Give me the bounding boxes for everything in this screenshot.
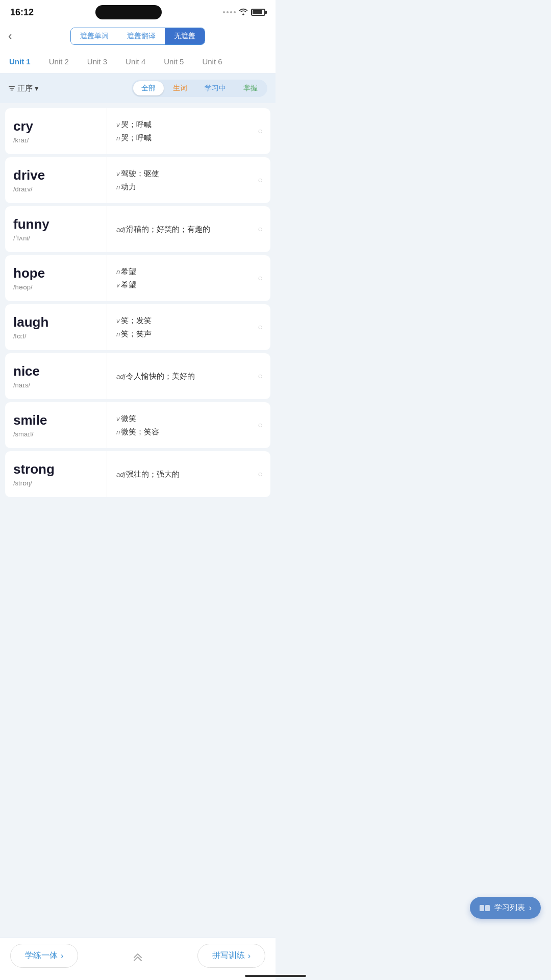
unit-tab-6[interactable]: Unit 6: [193, 55, 231, 68]
sort-chevron-icon: ▾: [35, 84, 39, 93]
word-definition: v驾驶；驱使: [116, 168, 263, 180]
filter-cover-word-button[interactable]: 遮盖单词: [71, 28, 118, 44]
pos-label: v: [116, 170, 120, 178]
word-definition: n动力: [116, 181, 263, 193]
category-tab-group: 全部 生词 学习中 掌握: [132, 80, 267, 97]
word-card[interactable]: laugh/lɑːf/v笑；发笑n笑；笑声○: [5, 304, 270, 350]
sort-label: 正序: [17, 84, 33, 93]
pos-label: v: [116, 317, 120, 325]
filter-cover-translation-button[interactable]: 遮盖翻译: [118, 28, 165, 44]
back-button[interactable]: ‹: [8, 30, 12, 43]
filter-no-cover-button[interactable]: 无遮盖: [165, 28, 205, 44]
header: ‹ 遮盖单词 遮盖翻译 无遮盖: [0, 22, 276, 51]
word-phonetic: /lɑːf/: [13, 332, 98, 340]
word-english: smile: [13, 412, 98, 428]
notch: [95, 5, 162, 19]
cat-tab-all[interactable]: 全部: [133, 81, 164, 95]
word-card[interactable]: cry/kraɪ/v哭；呼喊n哭；呼喊○: [5, 108, 270, 154]
pos-label: n: [116, 134, 120, 142]
unit-tab-bar: Unit 1 Unit 2 Unit 3 Unit 4 Unit 5 Unit …: [0, 51, 276, 74]
word-phonetic: /ˈfʌni/: [13, 234, 98, 242]
unit-tab-2[interactable]: Unit 2: [40, 55, 78, 68]
pos-label: n: [116, 428, 120, 436]
word-phonetic: /draɪv/: [13, 185, 98, 193]
word-english: strong: [13, 461, 98, 477]
word-english: drive: [13, 167, 98, 183]
word-definition: n微笑；笑容: [116, 426, 263, 438]
word-definition: n希望: [116, 266, 263, 278]
pos-label: v: [116, 121, 120, 129]
pos-label: n: [116, 268, 120, 276]
star-button[interactable]: ○: [255, 420, 265, 430]
filter-button-group: 遮盖单词 遮盖翻译 无遮盖: [70, 28, 205, 45]
word-definition: adj令人愉快的；美好的: [116, 371, 263, 382]
word-card[interactable]: nice/naɪs/adj令人愉快的；美好的○: [5, 353, 270, 399]
word-definition: v笑；发笑: [116, 315, 263, 327]
word-english: nice: [13, 363, 98, 379]
word-list: cry/kraɪ/v哭；呼喊n哭；呼喊○drive/draɪv/v驾驶；驱使n动…: [0, 103, 276, 502]
word-phonetic: /kraɪ/: [13, 136, 98, 144]
pos-label: adj: [116, 373, 125, 380]
unit-tab-1[interactable]: Unit 1: [0, 55, 40, 68]
word-definition: v微笑: [116, 413, 263, 425]
unit-tab-5[interactable]: Unit 5: [155, 55, 193, 68]
word-english: cry: [13, 118, 98, 134]
status-bar: 16:12: [0, 0, 276, 22]
unit-tab-3[interactable]: Unit 3: [78, 55, 116, 68]
star-button[interactable]: ○: [255, 175, 265, 185]
status-icons: [223, 8, 265, 17]
word-definition: n笑；笑声: [116, 328, 263, 340]
star-button[interactable]: ○: [255, 371, 265, 381]
pos-label: adj: [116, 226, 125, 233]
word-card[interactable]: drive/draɪv/v驾驶；驱使n动力○: [5, 157, 270, 203]
word-english: funny: [13, 216, 98, 232]
word-phonetic: /həʊp/: [13, 283, 98, 291]
unit-tab-4[interactable]: Unit 4: [116, 55, 155, 68]
star-button[interactable]: ○: [255, 126, 265, 136]
star-button[interactable]: ○: [255, 322, 265, 332]
word-card[interactable]: strong/strɒŋ/adj强壮的；强大的○: [5, 451, 270, 497]
filter-icon: [8, 85, 15, 92]
word-card[interactable]: hope/həʊp/n希望v希望○: [5, 255, 270, 301]
sort-filter[interactable]: 正序 ▾: [8, 84, 39, 93]
pos-label: n: [116, 330, 120, 338]
status-time: 16:12: [10, 7, 34, 18]
cat-tab-mastered[interactable]: 掌握: [235, 81, 266, 95]
word-phonetic: /strɒŋ/: [13, 479, 98, 487]
word-definition: v哭；呼喊: [116, 119, 263, 131]
word-phonetic: /smaɪl/: [13, 430, 98, 438]
battery-icon: [251, 9, 265, 16]
star-button[interactable]: ○: [255, 273, 265, 283]
cat-tab-learning[interactable]: 学习中: [196, 81, 234, 95]
word-definition: adj滑稽的；好笑的；有趣的: [116, 224, 263, 235]
star-button[interactable]: ○: [255, 224, 265, 234]
word-definition: n哭；呼喊: [116, 132, 263, 144]
word-english: hope: [13, 265, 98, 281]
word-card[interactable]: smile/smaɪl/v微笑n微笑；笑容○: [5, 402, 270, 448]
pos-label: v: [116, 415, 120, 423]
cat-tab-new-word[interactable]: 生词: [165, 81, 195, 95]
signal-dots: [223, 11, 236, 13]
pos-label: v: [116, 281, 120, 289]
word-card[interactable]: funny/ˈfʌni/adj滑稽的；好笑的；有趣的○: [5, 206, 270, 252]
pos-label: n: [116, 183, 120, 191]
word-definition: v希望: [116, 279, 263, 291]
word-definition: adj强壮的；强大的: [116, 469, 263, 480]
star-button[interactable]: ○: [255, 469, 265, 479]
word-phonetic: /naɪs/: [13, 381, 98, 389]
word-english: laugh: [13, 314, 98, 330]
wifi-icon: [239, 8, 248, 17]
list-header: 正序 ▾ 全部 生词 学习中 掌握: [0, 74, 276, 103]
pos-label: adj: [116, 471, 125, 478]
